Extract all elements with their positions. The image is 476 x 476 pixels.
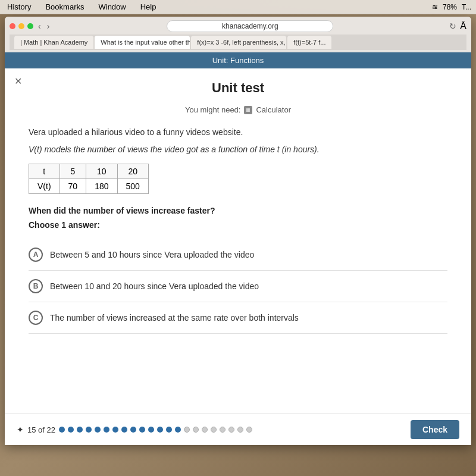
function-desc: V(t) models the number of views the vide…	[29, 145, 447, 154]
progress-dot-empty	[211, 427, 217, 433]
answer-choice-c[interactable]: C The number of views increased at the s…	[29, 302, 447, 334]
table-cell-500: 500	[117, 179, 148, 194]
progress-dot-filled	[59, 427, 65, 433]
progress-dots	[59, 427, 252, 433]
progress-dot-filled	[77, 427, 83, 433]
progress-dot-filled	[130, 427, 136, 433]
choice-circle-c: C	[29, 311, 43, 325]
time-placeholder: T...	[462, 3, 471, 11]
battery-status: 78%	[443, 3, 457, 11]
progress-dot-empty	[220, 427, 226, 433]
menu-bar: History Bookmarks Window Help ≋ 78% T...	[0, 0, 476, 14]
table-cell-70: 70	[60, 179, 86, 194]
progress-dot-filled	[95, 427, 101, 433]
close-window-button[interactable]	[10, 23, 15, 29]
table-header-5: 5	[60, 164, 86, 179]
progress-dot-filled	[175, 427, 181, 433]
address-bar[interactable]: khanacademy.org	[167, 20, 333, 32]
progress-dot-filled	[148, 427, 154, 433]
browser-toolbar: ‹ › khanacademy.org ↻ Ā | Math | Khan Ac…	[5, 17, 471, 52]
maximize-window-button[interactable]	[27, 23, 33, 29]
refresh-button[interactable]: ↻	[449, 21, 456, 31]
progress-dot-empty	[202, 427, 208, 433]
progress-text: 15 of 22	[27, 425, 55, 434]
menu-item-help[interactable]: Help	[138, 1, 159, 12]
calculator-icon: ▦	[244, 106, 252, 114]
progress-dot-filled	[157, 427, 163, 433]
window-controls	[10, 23, 33, 29]
forward-button[interactable]: ›	[46, 21, 51, 31]
you-might-need: You might need: ▦ Calculator	[29, 105, 447, 114]
table-row-label: V(t)	[29, 179, 60, 194]
bottom-bar: ✦ 15 of 22 Check	[5, 414, 471, 445]
progress-dot-filled	[104, 427, 109, 433]
you-might-need-text: You might need:	[185, 105, 240, 114]
minimize-window-button[interactable]	[18, 23, 24, 29]
tab-1[interactable]: What is the input value other than 0 for…	[95, 36, 190, 49]
reader-icon[interactable]: Ā	[460, 21, 466, 32]
address-bar-container: khanacademy.org	[54, 20, 446, 32]
wifi-icon: ≋	[432, 3, 438, 11]
menu-item-window[interactable]: Window	[96, 1, 128, 12]
choice-circle-a: A	[29, 248, 43, 262]
choice-text-a: Between 5 and 10 hours since Vera upload…	[50, 250, 254, 259]
table-data-row: V(t) 70 180 500	[29, 179, 149, 194]
back-button[interactable]: ‹	[37, 21, 42, 31]
table-cell-180: 180	[86, 179, 117, 194]
browser-controls: ‹ › khanacademy.org ↻ Ā	[10, 20, 466, 32]
progress-dot-filled	[139, 427, 145, 433]
table-header-t: t	[29, 164, 60, 179]
progress-dot-empty	[184, 427, 190, 433]
progress-label: ✦ 15 of 22	[17, 425, 252, 434]
close-button[interactable]: ✕	[14, 76, 22, 87]
progress-dot-filled	[112, 427, 118, 433]
choose-label: Choose 1 answer:	[29, 220, 447, 230]
answer-choice-a[interactable]: A Between 5 and 10 hours since Vera uplo…	[29, 239, 447, 271]
progress-dot-empty	[228, 427, 234, 433]
progress-dot-filled	[121, 427, 127, 433]
choice-circle-b: B	[29, 279, 43, 293]
answer-choice-b[interactable]: B Between 10 and 20 hours since Vera upl…	[29, 271, 447, 302]
calculator-label[interactable]: Calculator	[256, 105, 291, 114]
progress-dot-empty	[237, 427, 243, 433]
progress-dot-filled	[68, 427, 74, 433]
check-button[interactable]: Check	[411, 420, 459, 439]
star-icon: ✦	[17, 425, 24, 434]
menu-bar-right: ≋ 78% T...	[432, 3, 471, 11]
content-area: ✕ Unit test You might need: ▦ Calculator…	[5, 68, 471, 414]
progress-dot-empty	[193, 427, 199, 433]
choice-text-b: Between 10 and 20 hours since Vera uploa…	[50, 281, 259, 291]
table-header-row: t 5 10 20	[29, 164, 149, 179]
menu-item-bookmarks[interactable]: Bookmarks	[43, 1, 86, 12]
data-table: t 5 10 20 V(t) 70 180 500	[29, 164, 149, 194]
main-question: When did the number of views increase fa…	[29, 206, 447, 215]
table-header-20: 20	[117, 164, 148, 179]
progress-dot-filled	[86, 427, 92, 433]
table-header-10: 10	[86, 164, 117, 179]
problem-intro: Vera uploaded a hilarious video to a fun…	[29, 126, 447, 139]
tab-0[interactable]: | Math | Khan Academy	[14, 36, 93, 49]
tab-3[interactable]: f(t)=5t-7 f...	[287, 36, 331, 49]
unit-header: Unit: Functions	[5, 52, 471, 68]
page-title: Unit test	[29, 80, 447, 96]
browser-window: ‹ › khanacademy.org ↻ Ā | Math | Khan Ac…	[5, 17, 471, 445]
progress-dot-filled	[166, 427, 172, 433]
choice-text-c: The number of views increased at the sam…	[50, 313, 299, 322]
menu-item-history[interactable]: History	[5, 1, 33, 12]
tab-2[interactable]: f(x)=x 3 -6f, left parenthesis, x, right…	[191, 36, 286, 49]
progress-dot-empty	[246, 427, 252, 433]
tab-bar: | Math | Khan Academy What is the input …	[10, 35, 466, 50]
